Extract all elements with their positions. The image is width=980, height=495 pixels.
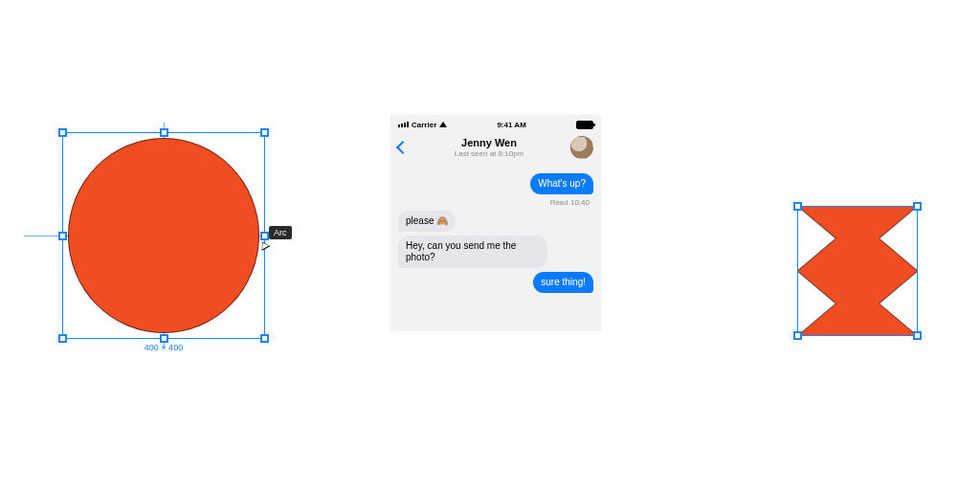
carrier-label: Carrier <box>412 121 436 129</box>
message-bubble[interactable]: sure thing! <box>533 272 593 293</box>
dimension-label: 400 × 400 <box>145 343 183 352</box>
selection-zigzag[interactable] <box>797 206 918 336</box>
chat-last-seen: Last seen at 8:10pm <box>408 149 570 158</box>
resize-handle-top-left[interactable] <box>793 202 802 211</box>
message-row-outgoing: What's up? <box>398 173 593 194</box>
resize-handle-bottom-left[interactable] <box>58 334 67 343</box>
resize-handle-top-mid[interactable] <box>160 128 168 137</box>
resize-handle-mid-left[interactable] <box>58 232 67 240</box>
message-thread[interactable]: What's up? Read 10:40 please 🙈 Hey, can … <box>390 168 601 303</box>
resize-handle-bottom-right[interactable] <box>913 331 922 340</box>
message-text: please <box>406 215 434 226</box>
messages-frame[interactable]: Carrier 9:41 AM Jenny Wen Last seen at 8… <box>390 115 601 330</box>
message-row-outgoing: sure thing! <box>398 272 593 293</box>
bounding-box <box>797 206 918 336</box>
battery-icon <box>576 121 593 129</box>
status-bar: Carrier 9:41 AM <box>390 115 601 131</box>
message-row-incoming: please 🙈 <box>398 211 593 232</box>
message-bubble[interactable]: please 🙈 <box>398 211 456 232</box>
resize-handle-bottom-right[interactable] <box>260 334 269 343</box>
message-bubble[interactable]: Hey, can you send me the photo? <box>398 236 547 268</box>
read-receipt: Read 10:40 <box>398 198 590 207</box>
chat-contact-name: Jenny Wen <box>408 137 570 149</box>
chat-header: Jenny Wen Last seen at 8:10pm <box>390 131 601 168</box>
message-bubble[interactable]: What's up? <box>530 173 593 194</box>
resize-handle-bottom-mid[interactable] <box>160 334 168 343</box>
bounding-box <box>62 132 265 339</box>
message-row-incoming: Hey, can you send me the photo? <box>398 236 593 268</box>
arc-tooltip: Arc <box>269 226 292 239</box>
avatar[interactable] <box>570 136 593 159</box>
resize-handle-top-left[interactable] <box>58 128 67 137</box>
resize-handle-top-right[interactable] <box>913 202 922 211</box>
emoji-icon: 🙈 <box>436 215 448 226</box>
selection-circle[interactable]: 400 × 400 Arc <box>62 132 265 339</box>
wifi-icon <box>439 122 447 127</box>
status-time: 9:41 AM <box>497 121 525 129</box>
resize-handle-top-right[interactable] <box>260 128 269 137</box>
resize-handle-bottom-left[interactable] <box>793 331 802 340</box>
signal-bars-icon <box>398 122 409 127</box>
design-canvas[interactable]: 400 × 400 Arc Carrier 9:41 AM Jenny Wen … <box>0 0 980 495</box>
